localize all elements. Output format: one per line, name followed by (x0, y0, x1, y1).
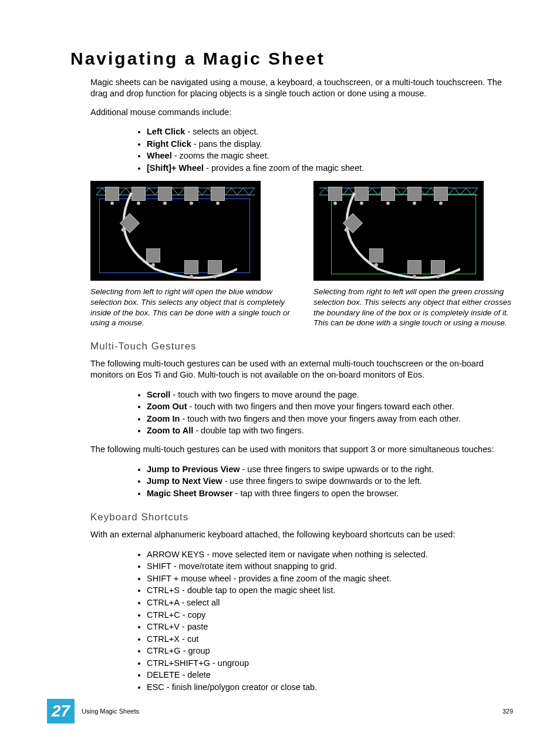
intro-paragraph: Magic sheets can be navigated using a mo… (90, 77, 513, 100)
list-item: Jump to Previous View - use three finger… (147, 464, 513, 476)
list-item-text: - touch with two fingers and then move y… (187, 402, 454, 411)
list-item: Zoom Out - touch with two fingers and th… (147, 401, 513, 413)
diagram-green-selection (313, 181, 484, 281)
chapter-number: 27 (47, 699, 75, 724)
list-item-text: CTRL+X - cut (147, 634, 198, 644)
page: Navigating a Magic Sheet Magic sheets ca… (0, 0, 560, 747)
list-item-bold: [Shift]+ Wheel (147, 163, 204, 173)
list-item: CTRL+C - copy (147, 610, 513, 621)
list-item-text: SHIFT + mouse wheel - provides a fine zo… (147, 574, 392, 583)
list-item: Scroll - touch with two fingers to move … (147, 389, 513, 401)
list-item: CTRL+V - paste (147, 621, 513, 633)
caption-right: Selecting from right to left will open t… (313, 287, 513, 328)
list-item-text: - double tap with two fingers. (193, 426, 304, 435)
list-item-text: CTRL+S - double tap to open the magic sh… (147, 586, 335, 595)
diagram-blue-selection (90, 181, 261, 281)
fixture-icon (208, 260, 222, 274)
keyboard-paragraph: With an external alphanumeric keyboard a… (90, 529, 513, 541)
screenshot-row: Selecting from left to right will open t… (90, 181, 513, 328)
list-item-bold: Wheel (147, 151, 172, 160)
list-item: CTRL+S - double tap to open the magic sh… (147, 585, 513, 597)
list-item-text: - use three fingers to swipe upwards or … (239, 465, 433, 474)
list-item-text: - tap with three fingers to open the bro… (233, 489, 399, 498)
list-item-text: - zooms the magic sheet. (172, 151, 269, 160)
fixture-icon (105, 187, 119, 201)
list-item: Jump to Next View - use three fingers to… (147, 476, 513, 487)
fixture-icon (407, 260, 421, 274)
list-item-text: CTRL+C - copy (147, 610, 205, 620)
fixture-icon (369, 248, 383, 263)
list-item-text: - touch with two fingers and then move y… (180, 414, 461, 423)
multitouch-list-2: Jump to Previous View - use three finger… (70, 464, 513, 500)
list-item-bold: Right Click (147, 139, 191, 149)
caption-left: Selecting from left to right will open t… (90, 287, 290, 328)
list-item-text: - provides a fine zoom of the magic shee… (204, 163, 364, 173)
multitouch-block-2: The following multi-touch gestures can b… (90, 444, 513, 456)
list-item-bold: Zoom In (147, 414, 180, 423)
list-item-bold: Jump to Previous View (147, 465, 239, 474)
list-item-text: CTRL+A - select all (147, 598, 220, 607)
list-item-text: SHIFT - move/rotate item without snappin… (147, 561, 337, 571)
page-title: Navigating a Magic Sheet (70, 47, 513, 71)
screenshot-left-col: Selecting from left to right will open t… (90, 181, 290, 328)
list-item: Left Click - selects an object. (147, 126, 513, 138)
section-name: Using Magic Sheets (82, 707, 139, 716)
list-item: CTRL+SHIFT+G - ungroup (147, 658, 513, 669)
mouse-commands-list: Left Click - selects an object.Right Cli… (70, 126, 513, 174)
additional-paragraph: Additional mouse commands include: (90, 107, 513, 119)
multitouch-block: The following multi-touch gestures can b… (90, 358, 513, 381)
fixture-icon (146, 248, 160, 263)
list-item-bold: Magic Sheet Browser (147, 489, 233, 498)
list-item: CTRL+X - cut (147, 634, 513, 645)
list-item: SHIFT + mouse wheel - provides a fine zo… (147, 573, 513, 585)
multi-paragraph-2: The following multi-touch gestures can b… (90, 444, 513, 456)
footer-left: 27 Using Magic Sheets (47, 699, 139, 724)
list-item: Zoom In - touch with two fingers and the… (147, 413, 513, 425)
list-item: ESC - finish line/polygon creator or clo… (147, 682, 513, 694)
page-number: 329 (502, 707, 513, 716)
fixture-icon (328, 187, 342, 201)
heading-multitouch: Multi-Touch Gestures (90, 340, 513, 354)
list-item: [Shift]+ Wheel - provides a fine zoom of… (147, 163, 513, 174)
list-item: SHIFT - move/rotate item without snappin… (147, 561, 513, 573)
list-item: CTRL+A - select all (147, 597, 513, 609)
list-item: CTRL+G - group (147, 645, 513, 657)
list-item-text: ESC - finish line/polygon creator or clo… (147, 682, 317, 692)
multitouch-list-1: Scroll - touch with two fingers to move … (70, 389, 513, 437)
list-item-text: - use three fingers to swipe downwards o… (222, 476, 422, 486)
list-item-bold: Zoom Out (147, 402, 187, 411)
list-item: ARROW KEYS - move selected item or navig… (147, 549, 513, 561)
list-item-text: CTRL+SHIFT+G - ungroup (147, 658, 249, 668)
list-item-text: - touch with two fingers to move around … (170, 390, 359, 399)
fixture-icon (184, 260, 198, 274)
list-item-text: DELETE - delete (147, 670, 211, 679)
page-footer: 27 Using Magic Sheets 329 (47, 699, 513, 724)
intro-block: Magic sheets can be navigated using a mo… (90, 77, 513, 119)
list-item-bold: Scroll (147, 390, 170, 399)
screenshot-right-col: Selecting from right to left will open t… (313, 181, 513, 328)
list-item: Right Click - pans the display. (147, 139, 513, 150)
list-item-bold: Zoom to All (147, 426, 193, 435)
list-item: Magic Sheet Browser - tap with three fin… (147, 488, 513, 500)
list-item: Wheel - zooms the magic sheet. (147, 150, 513, 162)
keyboard-list: ARROW KEYS - move selected item or navig… (70, 549, 513, 694)
multi-paragraph-1: The following multi-touch gestures can b… (90, 358, 513, 381)
list-item-text: CTRL+G - group (147, 646, 210, 655)
list-item-text: CTRL+V - paste (147, 622, 208, 631)
list-item-text: - selects an object. (185, 127, 258, 136)
list-item-bold: Jump to Next View (147, 476, 222, 486)
heading-keyboard: Keyboard Shortcuts (90, 511, 513, 524)
list-item: Zoom to All - double tap with two finger… (147, 425, 513, 437)
list-item-text: - pans the display. (191, 139, 262, 149)
list-item: DELETE - delete (147, 669, 513, 681)
keyboard-block: With an external alphanumeric keyboard a… (90, 529, 513, 541)
list-item-bold: Left Click (147, 127, 185, 136)
list-item-text: ARROW KEYS - move selected item or navig… (147, 550, 428, 559)
fixture-icon (431, 260, 445, 274)
